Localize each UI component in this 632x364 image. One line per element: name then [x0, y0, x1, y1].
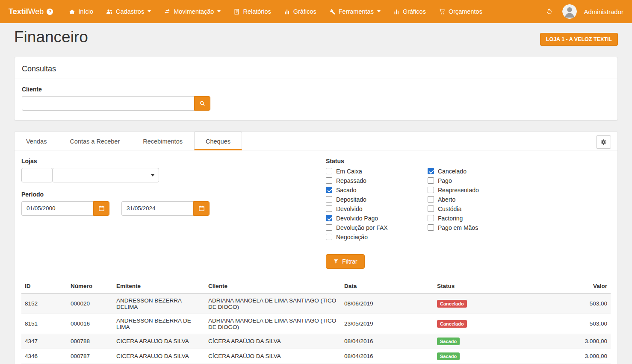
nav-label: Ferramentas: [339, 8, 374, 15]
date-to-input[interactable]: [121, 201, 193, 216]
nav-label: Movimentação: [174, 8, 214, 15]
cell-cliente: CÍCERA ARAÚJO DA SILVA: [205, 349, 341, 364]
tab-vendas[interactable]: Vendas: [15, 132, 58, 150]
table-row[interactable]: 8151 000016 ANDRESSON BEZERRA DE LIMA AD…: [21, 314, 611, 334]
checkbox-label: Pago em Mãos: [438, 224, 478, 231]
status-checkbox[interactable]: Devolvido Pago: [326, 215, 428, 222]
status-checkbox[interactable]: Pago em Mãos: [428, 224, 529, 231]
home-icon: [69, 9, 75, 15]
checkbox-label: Aberto: [438, 196, 455, 203]
status-checkbox[interactable]: Pago: [428, 177, 529, 184]
date-from-input[interactable]: [21, 201, 93, 216]
refresh-icon[interactable]: [543, 6, 555, 18]
status-checkbox[interactable]: Sacado: [326, 187, 428, 194]
nav-item-relatorios[interactable]: Relatórios: [227, 0, 277, 23]
bar-chart-icon: [284, 9, 290, 15]
status-checkbox[interactable]: Cancelado: [428, 168, 529, 175]
user-name[interactable]: Administrador: [584, 8, 623, 15]
nav-label: Cadastros: [116, 8, 144, 15]
table-header-row: ID Número Emitente Cliente Data Status V…: [21, 279, 611, 294]
calendar-icon: [198, 205, 205, 211]
status-checkbox[interactable]: Devolvido: [326, 205, 428, 212]
filtrar-label: Filtrar: [342, 258, 357, 265]
periodo-controls: [21, 201, 326, 216]
date-to-calendar-button[interactable]: [193, 201, 210, 216]
tab-contas-a-receber[interactable]: Contas a Receber: [58, 132, 131, 150]
checkbox-label: Reapresentado: [438, 187, 479, 194]
cell-valor: 503,00: [579, 314, 611, 334]
status-label: Status: [326, 158, 611, 164]
page-title: Financeiro: [14, 28, 88, 47]
lojas-controls: [21, 168, 326, 182]
cell-emitente: ANDRESSON BEZERRA DELIMA: [113, 294, 205, 314]
header-emitente: Emitente: [113, 279, 205, 294]
users-icon: [106, 8, 113, 15]
table-row[interactable]: 4347 000788 CICERA ARAUJO DA SILVA CÍCER…: [21, 334, 611, 349]
status-checkbox[interactable]: Devolução por FAX: [326, 224, 428, 231]
cheques-table-wrap: ID Número Emitente Cliente Data Status V…: [21, 279, 611, 364]
cart-icon: [439, 8, 446, 15]
nav-item-movimentacao[interactable]: Movimentação: [157, 0, 227, 23]
nav-label: Orçamentos: [449, 8, 482, 15]
nav-item-ferramentas[interactable]: Ferramentas: [323, 0, 387, 23]
brand-logo[interactable]: TextilWeb ?: [9, 7, 53, 16]
checkbox-icon: [428, 177, 434, 184]
store-button[interactable]: LOJA 1 - A VELOZ TEXTIL: [540, 33, 618, 46]
date-from-calendar-button[interactable]: [93, 201, 109, 216]
cell-status: Sacado: [434, 349, 579, 364]
nav-item-graficos-2[interactable]: Gráficos: [387, 0, 432, 23]
filters-left: Lojas Período: [21, 158, 326, 269]
checkbox-icon: [326, 224, 332, 231]
cell-cliente: ADRIANA MANOELA DE LIMA SANTIAGO (TICO D…: [205, 294, 341, 314]
status-checkbox[interactable]: Reapresentado: [428, 187, 529, 194]
table-row[interactable]: 8152 000020 ANDRESSON BEZERRA DELIMA ADR…: [21, 294, 611, 314]
nav-item-cadastros[interactable]: Cadastros: [100, 0, 157, 23]
status-checkbox[interactable]: Aberto: [428, 196, 529, 203]
checkbox-label: Negociação: [336, 234, 368, 241]
header-id: ID: [21, 279, 67, 294]
cell-status: Sacado: [434, 334, 579, 349]
filters-right: Status Em Caixa Repas: [326, 158, 611, 269]
avatar[interactable]: [562, 4, 577, 19]
status-checkbox[interactable]: Negociação: [326, 234, 428, 241]
cell-id: 8151: [21, 314, 67, 334]
cliente-input[interactable]: [22, 96, 194, 111]
chevron-down-icon: [217, 10, 221, 14]
nav-label: Gráficos: [403, 8, 426, 15]
status-checkbox[interactable]: Factoring: [428, 215, 529, 222]
report-icon: [233, 9, 240, 15]
settings-gear-button[interactable]: [596, 135, 611, 149]
status-checkbox[interactable]: Custódia: [428, 205, 529, 212]
header-cliente: Cliente: [205, 279, 341, 294]
status-checkbox[interactable]: Depositado: [326, 196, 428, 203]
table-row[interactable]: 4346 000787 CICERA ARAUJO DA SILVA CÍCER…: [21, 349, 611, 364]
tab-recebimentos[interactable]: Recebimentos: [131, 132, 194, 150]
nav-item-inicio[interactable]: Início: [62, 0, 100, 23]
checkbox-icon: [428, 187, 434, 193]
cell-cliente: CÍCERA ARAÚJO DA SILVA: [205, 334, 341, 349]
brand-textil: Textil: [9, 7, 28, 16]
help-icon[interactable]: ?: [47, 9, 53, 15]
nav-item-orcamentos[interactable]: Orçamentos: [432, 0, 489, 23]
status-checkbox[interactable]: Em Caixa: [326, 168, 428, 175]
cell-status: Cancelado: [434, 314, 579, 334]
loja-select-wrap: [52, 168, 159, 182]
nav-label: Gráficos: [293, 8, 316, 15]
periodo-label: Período: [21, 191, 326, 198]
checkbox-label: Devolução por FAX: [336, 224, 388, 231]
calendar-icon: [98, 205, 105, 211]
cliente-search-button[interactable]: [194, 96, 210, 111]
cell-id: 4347: [21, 334, 67, 349]
page-header: Financeiro LOJA 1 - A VELOZ TEXTIL: [14, 28, 618, 47]
nav-item-graficos[interactable]: Gráficos: [278, 0, 323, 23]
cell-data: 23/05/2019: [341, 314, 434, 334]
checkbox-label: Custódia: [438, 205, 461, 212]
loja-code-input[interactable]: [21, 168, 53, 182]
status-checkbox[interactable]: Repassado: [326, 177, 428, 184]
filtrar-button[interactable]: Filtrar: [326, 254, 365, 269]
loja-select[interactable]: [52, 168, 159, 182]
tab-cheques[interactable]: Cheques: [194, 132, 242, 150]
checkbox-icon: [428, 215, 434, 221]
header-numero: Número: [67, 279, 113, 294]
checkbox-label: Depositado: [336, 196, 366, 203]
